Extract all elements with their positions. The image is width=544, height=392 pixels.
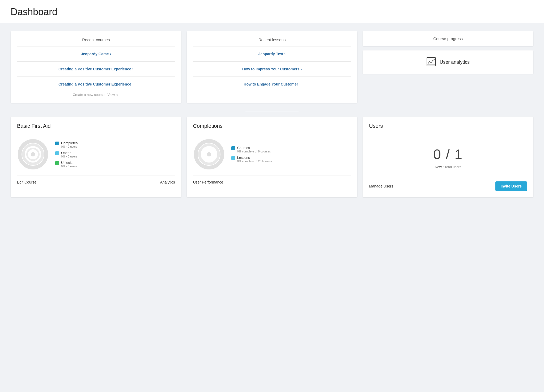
divider-1	[17, 46, 175, 46]
divider-2	[17, 61, 175, 62]
user-analytics-card[interactable]: User analytics	[363, 50, 533, 74]
create-course-link[interactable]: Create a new course	[73, 93, 105, 97]
basic-first-aid-title: Basic First Aid	[17, 123, 175, 129]
manage-users-link[interactable]: Manage Users	[369, 184, 393, 188]
edit-course-link[interactable]: Edit Course	[17, 180, 36, 184]
divider-users	[369, 133, 527, 133]
legend-color-unlocks	[55, 161, 59, 165]
legend-item-opens: Opens 0% · 0 users	[55, 151, 78, 158]
bfa-footer: Edit Course Analytics	[17, 176, 175, 184]
top-grid: Recent courses Jeopardy Game › Creating …	[11, 31, 533, 103]
recent-lessons-title: Recent lessons	[193, 37, 351, 42]
legend-text-unlocks: Unlocks 0% · 0 users	[61, 161, 77, 168]
users-label-sep: /	[443, 165, 445, 169]
legend-text-courses: Courses 0% complete of 8 courses	[237, 146, 271, 153]
legend-text-lessons: Lessons 0% complete of 25 lessons	[237, 156, 272, 163]
legend-color-courses	[231, 146, 235, 150]
divider-comp	[193, 133, 351, 133]
course-link-1[interactable]: Jeopardy Game ›	[17, 49, 175, 59]
lesson-link-3[interactable]: How to Engage Your Customer ›	[193, 79, 351, 89]
new-users-label: New	[435, 165, 442, 169]
comp-legend: Courses 0% complete of 8 courses Lessons…	[231, 146, 272, 163]
section-separator	[11, 111, 533, 111]
bottom-grid: Basic First Aid Completes	[11, 117, 533, 197]
completions-card: Completions Courses 0% complete o	[187, 117, 358, 197]
legend-item-unlocks: Unlocks 0% · 0 users	[55, 161, 78, 168]
legend-item-courses: Courses 0% complete of 8 courses	[231, 146, 272, 153]
legend-item-lessons: Lessons 0% complete of 25 lessons	[231, 156, 272, 163]
recent-lessons-card: Recent lessons Jeopardy Test › How to Im…	[187, 31, 358, 103]
comp-footer: User Performance	[193, 176, 351, 184]
donut-chart-bfa	[17, 138, 49, 170]
recent-courses-footer: Create a new course · View all	[17, 93, 175, 97]
svg-point-8	[207, 152, 211, 156]
course-progress-title: Course progress	[369, 36, 527, 41]
separator-line	[245, 111, 299, 111]
divider-bfa	[17, 133, 175, 133]
analytics-chart-icon	[426, 57, 436, 67]
completions-title: Completions	[193, 123, 351, 129]
legend-color-completes	[55, 142, 59, 145]
users-label: New / Total users	[369, 165, 527, 169]
donut-section-comp: Courses 0% complete of 8 courses Lessons…	[193, 138, 351, 170]
users-title: Users	[369, 123, 527, 129]
donut-chart-comp	[193, 138, 225, 170]
view-all-link[interactable]: View all	[107, 93, 119, 97]
users-footer: Manage Users Invite Users	[369, 177, 527, 191]
total-users-label: Total users	[445, 165, 461, 169]
page-header: Dashboard	[0, 0, 544, 23]
legend-text-opens: Opens 0% · 0 users	[61, 151, 77, 158]
svg-point-5	[31, 152, 35, 156]
course-link-2[interactable]: Creating a Positive Customer Experience …	[17, 64, 175, 74]
lesson-link-1[interactable]: Jeopardy Test ›	[193, 49, 351, 59]
recent-courses-card: Recent courses Jeopardy Game › Creating …	[11, 31, 181, 103]
donut-section-bfa: Completes 0% · 0 users Opens 0% · 0 user…	[17, 138, 175, 170]
legend-color-opens	[55, 151, 59, 155]
recent-courses-title: Recent courses	[17, 37, 175, 42]
main-content: Recent courses Jeopardy Game › Creating …	[0, 23, 544, 205]
legend-color-lessons	[231, 156, 235, 160]
divider-4	[193, 46, 351, 46]
divider-5	[193, 61, 351, 62]
course-progress-card: Course progress	[363, 31, 533, 46]
divider-6	[193, 76, 351, 77]
legend-text-completes: Completes 0% · 0 users	[61, 141, 78, 148]
legend-item-completes: Completes 0% · 0 users	[55, 141, 78, 148]
bfa-legend: Completes 0% · 0 users Opens 0% · 0 user…	[55, 141, 78, 168]
analytics-link[interactable]: Analytics	[160, 180, 175, 184]
page-title: Dashboard	[11, 6, 533, 18]
user-analytics-label: User analytics	[440, 59, 470, 65]
divider-3	[17, 76, 175, 77]
svg-rect-0	[427, 57, 435, 66]
users-count: 0 / 1	[369, 138, 527, 165]
users-card: Users 0 / 1 New / Total users Manage Use…	[363, 117, 533, 197]
lesson-link-2[interactable]: How to Impress Your Customers ›	[193, 64, 351, 74]
course-progress-column: Course progress User analytics	[363, 31, 533, 103]
user-performance-link[interactable]: User Performance	[193, 180, 223, 184]
course-link-3[interactable]: Creating a Positive Customer Experience …	[17, 79, 175, 89]
invite-users-button[interactable]: Invite Users	[495, 181, 527, 191]
basic-first-aid-card: Basic First Aid Completes	[11, 117, 181, 197]
